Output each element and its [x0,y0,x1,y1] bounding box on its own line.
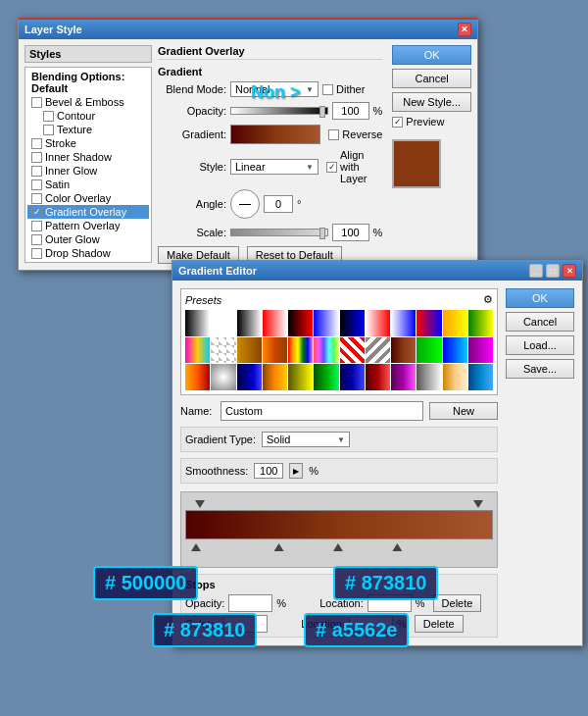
preset-item[interactable] [340,337,365,364]
preset-item[interactable] [211,364,235,390]
preset-item[interactable] [468,310,493,336]
stops-delete-button-1[interactable]: Delete [433,594,482,612]
preset-item[interactable] [416,364,441,390]
maximize-icon[interactable]: □ [546,264,560,278]
new-style-button[interactable]: New Style... [392,92,471,112]
color-stop-3[interactable] [333,543,343,551]
texture-checkbox[interactable] [43,125,54,135]
preset-item[interactable] [211,310,235,336]
scale-value-input[interactable] [332,224,369,241]
preset-item[interactable] [185,310,210,336]
style-item-pattern-overlay[interactable]: Pattern Overlay [27,219,149,232]
style-item-satin[interactable]: Satin [27,178,149,191]
preset-item[interactable] [263,337,287,364]
presets-gear-icon[interactable]: ⚙ [483,293,493,306]
ok-button[interactable]: OK [392,45,471,65]
preset-item[interactable] [366,337,390,364]
preset-item[interactable] [263,364,287,390]
preset-item[interactable] [340,310,365,336]
preset-item[interactable] [340,364,365,390]
stops-opacity-input[interactable] [228,594,272,612]
color-stop-4[interactable] [392,543,402,551]
preset-item[interactable] [366,310,390,336]
gradient-type-dropdown[interactable]: Solid ▼ [262,432,350,447]
minimize-icon[interactable]: _ [529,264,543,278]
preset-item[interactable] [468,364,493,390]
opacity-stop-right[interactable] [473,500,483,508]
name-input[interactable] [220,401,423,421]
preset-item[interactable] [391,337,416,364]
opacity-stop-left[interactable] [195,500,205,508]
style-dropdown[interactable]: Linear ▼ [230,159,318,175]
preset-item[interactable] [288,337,313,364]
gradient-preview-bar[interactable] [230,125,320,144]
smoothness-arrow[interactable]: ▶ [289,463,303,479]
style-item-color-overlay[interactable]: Color Overlay [27,191,149,205]
close-icon[interactable]: ✕ [458,23,471,36]
preset-item[interactable] [416,337,441,364]
preset-item[interactable] [288,310,313,336]
ge-cancel-button[interactable]: Cancel [506,312,574,332]
style-item-inner-shadow[interactable]: Inner Shadow [27,150,149,164]
style-item-inner-glow[interactable]: Inner Glow [27,164,149,178]
preset-item[interactable] [391,310,416,336]
close-icon[interactable]: ✕ [563,264,576,278]
opacity-thumb[interactable] [319,106,325,118]
color-stop-2[interactable] [274,543,284,551]
bevel-checkbox[interactable] [31,97,42,108]
preset-item[interactable] [443,364,467,390]
angle-value-input[interactable] [264,195,293,213]
dither-checkbox[interactable] [322,84,333,95]
preset-item[interactable] [211,337,235,364]
preset-item[interactable] [416,310,441,336]
color-overlay-checkbox[interactable] [31,193,42,204]
cancel-button[interactable]: Cancel [392,69,471,88]
scale-thumb[interactable] [319,228,325,239]
smoothness-value-input[interactable] [254,463,283,479]
style-item-drop-shadow[interactable]: Drop Shadow [27,246,149,260]
preset-item[interactable] [237,337,262,364]
ge-ok-button[interactable]: OK [506,288,574,308]
ge-load-button[interactable]: Load... [506,335,574,355]
pattern-overlay-checkbox[interactable] [31,221,42,231]
angle-dial[interactable] [230,189,260,219]
color-stop-1[interactable] [191,543,201,551]
preset-item[interactable] [314,337,338,364]
preset-item[interactable] [366,364,390,390]
preset-item[interactable] [314,310,338,336]
gradient-bar[interactable] [185,510,493,539]
preset-item[interactable] [314,364,338,390]
preset-item[interactable] [185,364,210,390]
style-item-outer-glow[interactable]: Outer Glow [27,232,149,246]
stops-delete-button-2[interactable]: Delete [415,615,464,633]
preset-item[interactable] [391,364,416,390]
contour-checkbox[interactable] [43,111,54,122]
ge-save-button[interactable]: Save... [506,359,574,379]
reverse-checkbox[interactable] [328,129,339,140]
preset-item[interactable] [237,310,262,336]
style-item-stroke[interactable]: Stroke [27,136,149,150]
inner-glow-checkbox[interactable] [31,166,42,177]
opacity-slider[interactable] [230,107,328,115]
style-item-blending[interactable]: Blending Options: Default [27,70,149,95]
preset-item[interactable] [443,310,467,336]
preset-item[interactable] [263,310,287,336]
opacity-value-input[interactable] [332,102,369,120]
gradient-overlay-checkbox[interactable] [31,207,42,218]
stroke-checkbox[interactable] [31,138,42,149]
align-with-layer-checkbox[interactable] [326,162,337,173]
preset-item[interactable] [468,337,493,364]
new-gradient-button[interactable]: New [429,402,498,420]
preset-item[interactable] [237,364,262,390]
outer-glow-checkbox[interactable] [31,234,42,245]
satin-checkbox[interactable] [31,179,42,190]
drop-shadow-checkbox[interactable] [31,248,42,259]
preset-item[interactable] [288,364,313,390]
inner-shadow-checkbox[interactable] [31,152,42,163]
style-item-bevel[interactable]: Bevel & Emboss [27,95,149,109]
style-item-contour[interactable]: Contour [27,109,149,123]
style-item-gradient-overlay[interactable]: Gradient Overlay [27,205,149,219]
style-item-texture[interactable]: Texture [27,123,149,136]
scale-slider[interactable] [230,229,328,236]
preview-checkbox[interactable] [392,117,403,128]
